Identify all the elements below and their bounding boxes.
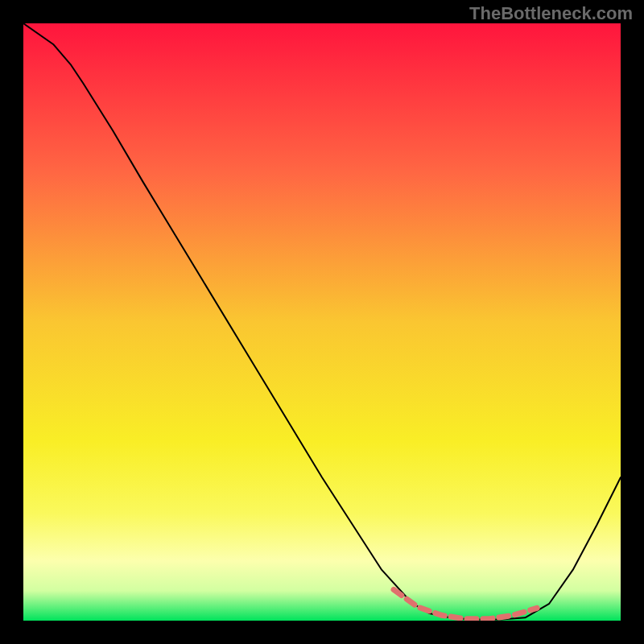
chart-plot-area: [23, 23, 621, 621]
watermark-text: TheBottleneck.com: [469, 3, 633, 24]
chart-svg: [23, 23, 621, 621]
chart-background: [23, 23, 621, 621]
